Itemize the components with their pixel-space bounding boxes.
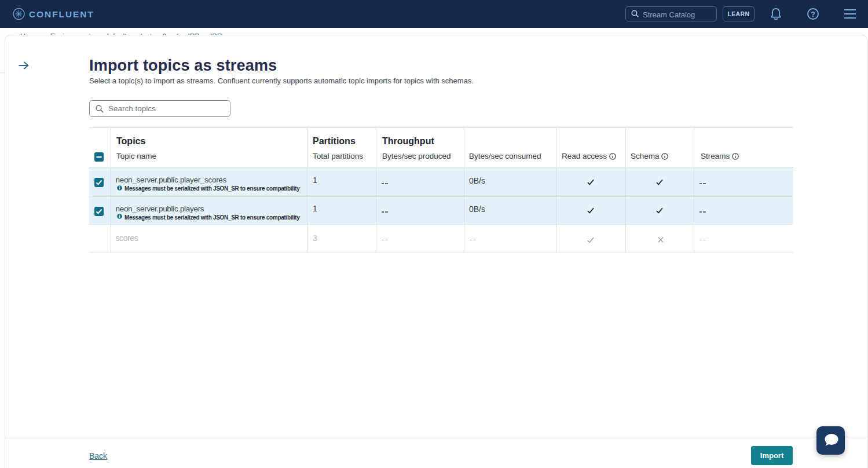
svg-text:?: ?	[811, 10, 815, 19]
